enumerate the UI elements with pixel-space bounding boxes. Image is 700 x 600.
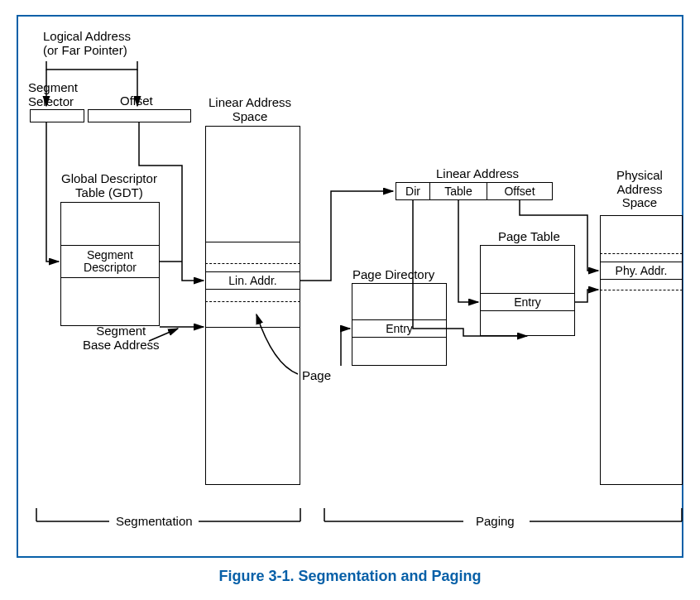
pd-entry-cell: Entry [352, 319, 447, 338]
pt-entry-text: Entry [514, 295, 541, 309]
offset-box [88, 109, 191, 122]
las-dash2 [205, 301, 300, 302]
las-line1 [205, 242, 300, 242]
figure-caption: Figure 3-1. Segmentation and Paging [0, 568, 700, 585]
linear-address-space-box [205, 126, 300, 485]
dir-cell: Dir [396, 182, 430, 200]
la-offset-text: Offset [504, 185, 535, 198]
pd-entry-text: Entry [386, 322, 413, 335]
offset-label: Offset [120, 94, 153, 108]
phy-addr-text: Phy. Addr. [616, 264, 668, 277]
table-text: Table [444, 185, 472, 198]
pas-dash1 [600, 253, 683, 254]
lin-addr-text: Lin. Addr. [228, 274, 276, 287]
page-label: Page [302, 369, 331, 383]
dir-text: Dir [405, 185, 420, 198]
phy-addr-cell: Phy. Addr. [600, 262, 683, 280]
lin-addr-cell: Lin. Addr. [205, 271, 300, 290]
physical-address-space-box [600, 215, 683, 485]
page-table-box [480, 245, 575, 336]
linear-address-label: Linear Address [436, 167, 519, 181]
paging-label: Paging [476, 515, 515, 529]
pt-entry-cell: Entry [480, 293, 575, 311]
physical-address-space-label: Physical Address Space [616, 169, 663, 210]
las-line4 [205, 327, 300, 328]
segment-selector-box [30, 109, 84, 122]
table-cell: Table [429, 182, 487, 200]
linear-address-space-label: Linear Address Space [209, 96, 291, 123]
pas-dash2 [600, 290, 683, 290]
la-offset-cell: Offset [487, 182, 553, 200]
segment-descriptor-text: Segment Descriptor [84, 249, 137, 275]
segment-descriptor-cell: Segment Descriptor [60, 245, 160, 278]
page-table-label: Page Table [498, 230, 560, 244]
page-directory-label: Page Directory [352, 268, 434, 282]
gdt-label: Global Descriptor Table (GDT) [61, 172, 157, 199]
logical-address-label: Logical Address (or Far Pointer) [43, 30, 131, 57]
las-dash1 [205, 263, 300, 264]
segment-base-address-label: Segment Base Address [83, 324, 160, 352]
segment-selector-label: Segment Selector [28, 81, 78, 108]
segmentation-label: Segmentation [116, 515, 193, 529]
